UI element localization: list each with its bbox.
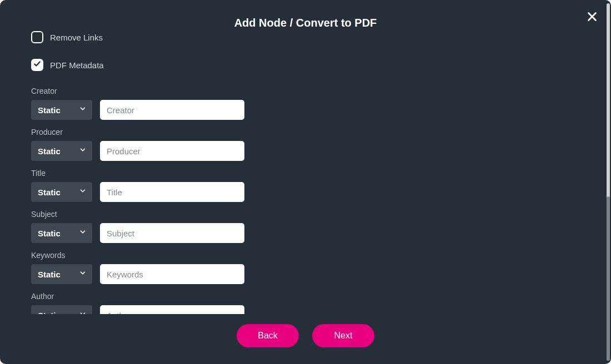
select-value: Static [38,229,61,238]
select-value: Static [38,105,61,115]
remove-links-label: Remove Links [50,33,103,42]
form-scroll-area: Remove Links PDF Metadata Creator Static [31,31,600,314]
close-icon [586,11,598,25]
select-value: Static [38,311,61,315]
title-type-select[interactable]: Static [31,182,92,202]
pdf-metadata-label: PDF Metadata [50,60,104,70]
pdf-metadata-row: PDF Metadata [31,59,600,71]
title-label: Title [31,169,600,178]
author-input[interactable] [100,305,244,314]
keywords-input[interactable] [100,264,244,284]
remove-links-checkbox[interactable] [31,31,43,43]
author-type-select[interactable]: Static [31,305,92,314]
chevron-down-icon [79,269,87,279]
modal-footer: Back Next [0,324,611,347]
subject-input[interactable] [100,223,244,243]
check-icon [33,60,41,70]
pdf-metadata-checkbox[interactable] [31,59,43,71]
vertical-scrollbar[interactable] [607,3,610,361]
select-value: Static [38,146,61,156]
chevron-down-icon [79,310,87,314]
producer-type-select[interactable]: Static [31,141,92,161]
producer-label: Producer [31,128,600,136]
remove-links-row: Remove Links [31,31,600,43]
back-button[interactable]: Back [237,324,299,347]
subject-field: Subject Static [31,210,600,243]
subject-label: Subject [31,210,600,219]
keywords-label: Keywords [31,251,600,260]
subject-type-select[interactable]: Static [31,223,92,243]
keywords-type-select[interactable]: Static [31,264,92,284]
chevron-down-icon [79,228,87,238]
keywords-field: Keywords Static [31,251,600,284]
add-node-modal: Add Node / Convert to PDF Remove Links P… [0,0,611,364]
select-value: Static [38,188,61,197]
producer-field: Producer Static [31,128,600,161]
author-field: Author Static [31,292,600,314]
chevron-down-icon [79,146,87,156]
chevron-down-icon [79,105,87,115]
author-label: Author [31,292,600,301]
scrollbar-thumb[interactable] [607,196,610,361]
producer-input[interactable] [100,141,244,161]
creator-field: Creator Static [31,87,600,120]
title-input[interactable] [100,182,244,202]
creator-type-select[interactable]: Static [31,100,92,120]
select-value: Static [38,270,61,279]
creator-input[interactable] [100,100,244,120]
close-button[interactable] [584,10,600,26]
modal-title: Add Node / Convert to PDF [31,17,580,29]
creator-label: Creator [31,87,600,95]
chevron-down-icon [79,187,87,197]
next-button[interactable]: Next [312,324,374,347]
title-field: Title Static [31,169,600,202]
